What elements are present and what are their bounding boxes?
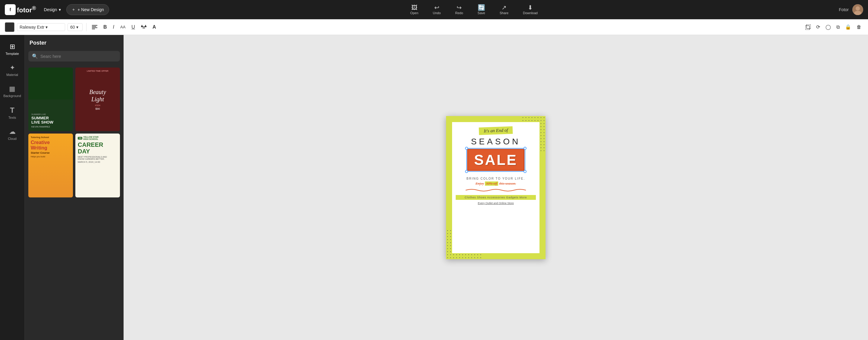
discount-label: 30% off [485, 181, 498, 186]
sidebar-item-label: Material [6, 73, 18, 76]
sidebar-item-label: Cloud [8, 137, 17, 141]
templates-panel: Poster 🔍 SUMMER LIVE SUMMERLIVE SHOW KEV… [25, 35, 124, 340]
share-button[interactable]: ↗ Share [497, 3, 511, 16]
text-align-button[interactable] [90, 24, 99, 30]
delete-button[interactable]: 🗑 [855, 23, 863, 31]
template-title: SUMMERLIVE SHOW [31, 116, 70, 125]
download-label: Download [523, 11, 538, 15]
refresh-button[interactable]: ⟳ [814, 23, 822, 31]
round-button[interactable]: ◯ [824, 23, 833, 31]
sidebar-item-material[interactable]: ✦ Material [0, 60, 24, 81]
chevron-down-icon: ▾ [76, 25, 79, 30]
enjoy-text: Enjoy 30% off this season. [475, 181, 516, 186]
template-number: #324 [95, 104, 100, 107]
svg-rect-12 [805, 26, 809, 30]
undo-button[interactable]: ↩ Undo [430, 3, 443, 16]
template-card-career[interactable]: YS YELLOW STARHIGH SCHOOL CAREERDAY MEET… [75, 133, 120, 197]
open-button[interactable]: 🖼 Open [408, 3, 421, 16]
leaf-decoration [28, 67, 73, 99]
bold-button[interactable]: B [101, 23, 109, 31]
svg-rect-10 [143, 28, 145, 28]
letter-spacing-icon [141, 25, 147, 30]
sidebar-item-template[interactable]: ⊞ Template [0, 38, 24, 60]
end-of-season-text: It's an End of [478, 126, 513, 135]
sidebar-item-texts[interactable]: T Texts [0, 102, 24, 124]
open-icon: 🖼 [411, 4, 417, 10]
template-icon: ⊞ [10, 43, 15, 51]
handle-tr[interactable] [524, 147, 527, 150]
separator [86, 23, 87, 31]
top-right: Fotor [839, 4, 863, 15]
underline-button[interactable]: U [130, 23, 137, 31]
avatar[interactable] [852, 4, 863, 15]
sidebar-item-cloud[interactable]: ☁ Cloud [0, 124, 24, 145]
svg-rect-6 [92, 29, 95, 29]
open-label: Open [410, 11, 418, 15]
left-sidebar: ⊞ Template ✦ Material ▦ Background T Tex… [0, 35, 25, 340]
redo-button[interactable]: ↪ Redo [453, 3, 465, 16]
bold-label: B [103, 24, 107, 30]
sidebar-item-background[interactable]: ▦ Background [0, 81, 24, 102]
italic-button[interactable]: I [111, 23, 116, 31]
chevron-down-icon: ▾ [45, 25, 48, 30]
handle-tl[interactable] [465, 147, 468, 150]
duplicate-icon [805, 24, 811, 30]
text-style-button[interactable]: A [151, 23, 158, 31]
template-card-beauty[interactable]: LIMITED TIME OFFER BeautyLight #324 $90 [75, 67, 120, 131]
new-design-button[interactable]: ＋ + New Design [66, 4, 109, 15]
template-title: CreativeWriting [31, 140, 70, 150]
italic-label: I [113, 24, 114, 30]
duplicate-button[interactable] [804, 23, 812, 31]
handle-bl[interactable] [465, 170, 468, 173]
layers-button[interactable]: ⧉ [835, 23, 841, 31]
search-input[interactable] [40, 54, 116, 59]
design-menu-button[interactable]: Design ▾ [41, 5, 64, 14]
template-detail: Helps you build [31, 156, 70, 158]
template-title: CAREERDAY [78, 142, 118, 155]
template-subtitle: Starter Course [31, 151, 70, 154]
template-subtitle: MEET PROFESSIONALS ANDKNOW CAREERS BETTE… [78, 156, 118, 160]
chevron-down-icon: ▾ [59, 7, 61, 12]
sidebar-item-label: Background [3, 94, 21, 98]
panel-header: Poster [25, 35, 124, 51]
align-icon [92, 25, 97, 29]
template-price: $90 [95, 107, 100, 110]
template-tag: LIMITED TIME OFFER [78, 70, 118, 72]
panel-title: Poster [30, 40, 46, 46]
letter-spacing-button[interactable] [139, 24, 148, 31]
top-bar: f fotor® Design ▾ ＋ + New Design 🖼 Open … [0, 0, 868, 19]
new-design-label: + New Design [78, 7, 104, 12]
download-button[interactable]: ⬇ Download [521, 3, 540, 16]
lock-button[interactable]: 🔒 [843, 23, 853, 31]
svg-point-1 [856, 6, 860, 10]
user-name: Fotor [839, 7, 849, 12]
sale-container[interactable]: SALE [467, 149, 524, 174]
templates-grid: SUMMER LIVE SUMMERLIVE SHOW KEVIN RAMIRE… [25, 65, 124, 200]
top-center-tools: 🖼 Open ↩ Undo ↪ Redo 🔄 Save ↗ Share ⬇ Do… [109, 3, 839, 16]
save-button[interactable]: 🔄 Save [475, 3, 488, 16]
share-label: Share [500, 11, 508, 15]
canvas-area: It's an End of SEASON SALE BRING COLOR T… [124, 35, 868, 340]
cloud-icon: ☁ [9, 128, 16, 136]
text-color-swatch[interactable] [5, 22, 14, 32]
search-icon: 🔍 [32, 53, 38, 59]
template-logo: YS YELLOW STARHIGH SCHOOL [78, 136, 118, 140]
wavy-divider [456, 188, 536, 192]
handle-br[interactable] [524, 170, 527, 173]
sidebar-item-label: Template [5, 52, 19, 56]
undo-icon: ↩ [434, 4, 439, 10]
font-size-aa-button[interactable]: AA [119, 24, 127, 30]
template-card-writing[interactable]: Tutoring School CreativeWriting Starter … [28, 133, 73, 197]
template-card-concert[interactable]: SUMMER LIVE SUMMERLIVE SHOW KEVIN RAMIRE… [28, 67, 73, 131]
toolbar-right: ⟳ ◯ ⧉ 🔒 🗑 [804, 23, 863, 31]
enjoy-label: Enjoy [475, 181, 484, 186]
svg-rect-11 [807, 24, 811, 29]
font-selector[interactable]: Raleway Extr ▾ [17, 23, 65, 31]
search-bar[interactable]: 🔍 [28, 51, 120, 61]
plus-icon: ＋ [71, 7, 76, 12]
undo-label: Undo [433, 11, 441, 15]
poster-canvas[interactable]: It's an End of SEASON SALE BRING COLOR T… [446, 116, 546, 259]
template-school: Tutoring School [31, 136, 70, 138]
redo-label: Redo [455, 11, 463, 15]
font-size-control[interactable]: 60 ▾ [67, 23, 83, 31]
